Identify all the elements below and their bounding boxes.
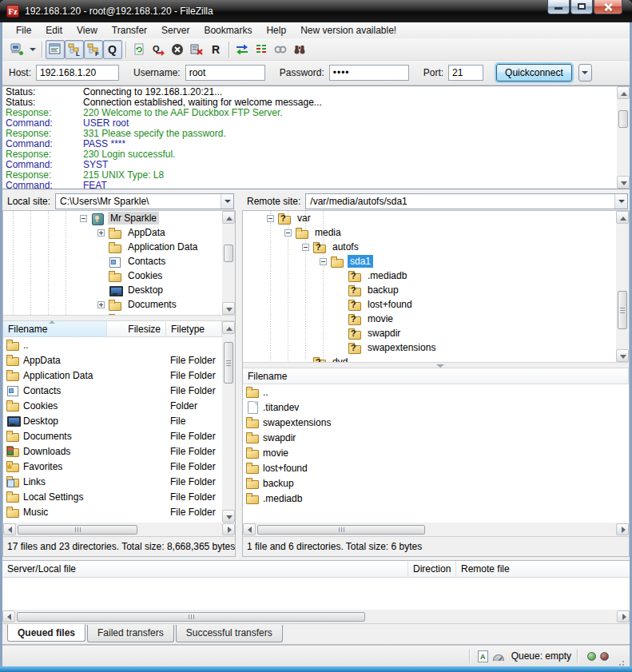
scroll-left-button[interactable]: [3, 523, 16, 535]
remote-tree-item[interactable]: .mediadb: [243, 268, 616, 283]
username-input[interactable]: [185, 65, 265, 81]
scrollbar-thumb[interactable]: [17, 612, 365, 622]
cancel-button[interactable]: [168, 40, 187, 59]
scroll-right-button[interactable]: [222, 523, 235, 535]
local-list-scrollbar[interactable]: [222, 321, 235, 523]
scroll-down-button[interactable]: [616, 349, 629, 362]
disconnect-button[interactable]: [187, 40, 206, 59]
tree-item-label[interactable]: Desktop: [125, 284, 165, 296]
scroll-up-button[interactable]: [617, 86, 630, 99]
remote-tree-item[interactable]: dvd: [243, 355, 616, 362]
quickconnect-button[interactable]: Quickconnect: [496, 64, 572, 82]
scroll-right-button[interactable]: [616, 523, 629, 535]
local-tree-item[interactable]: Mr Sparkle: [3, 211, 222, 225]
port-input[interactable]: [448, 65, 483, 81]
toggle-remote-tree-button[interactable]: F: [84, 40, 103, 59]
local-tree-item[interactable]: Desktop: [3, 283, 222, 297]
remote-file-row[interactable]: ..: [243, 384, 629, 400]
column-header-filename[interactable]: Filename: [243, 368, 629, 384]
tree-expander-icon[interactable]: [320, 258, 327, 265]
host-input[interactable]: [36, 65, 119, 81]
menu-item[interactable]: View: [70, 23, 105, 38]
quickconnect-dropdown-button[interactable]: [578, 64, 592, 82]
tree-item-label[interactable]: movie: [365, 312, 395, 325]
queue-tab[interactable]: Queued files: [7, 624, 85, 642]
scroll-right-button[interactable]: [617, 610, 630, 622]
scroll-left-button[interactable]: [243, 523, 256, 535]
local-file-row[interactable]: Cookies Folder: [3, 398, 222, 413]
local-file-row[interactable]: Contacts File Folder: [3, 383, 222, 398]
local-file-row[interactable]: Application Data File Folder: [3, 368, 222, 383]
menu-item[interactable]: Bookmarks: [197, 23, 259, 38]
combo-arrow[interactable]: [614, 194, 627, 209]
tree-item-label[interactable]: AppData: [125, 226, 168, 239]
tree-expander-icon[interactable]: [97, 301, 105, 308]
tree-item-label[interactable]: media: [312, 226, 344, 239]
minimize-button[interactable]: [547, 0, 570, 14]
remote-file-row[interactable]: .mediadb: [243, 491, 629, 506]
remote-list-hscrollbar[interactable]: [243, 523, 629, 536]
remote-tree-item[interactable]: media: [243, 225, 616, 240]
local-tree-item[interactable]: Cookies: [3, 268, 222, 283]
reconnect-button[interactable]: R: [206, 40, 225, 59]
local-file-row[interactable]: Music File Folder: [3, 504, 222, 519]
menu-item[interactable]: Server: [154, 23, 197, 38]
site-manager-button[interactable]: [7, 40, 26, 59]
local-file-row[interactable]: Local Settings File Folder: [3, 489, 222, 504]
chain-link-button[interactable]: [271, 40, 290, 59]
local-pane-splitter[interactable]: [3, 315, 235, 321]
remote-file-row[interactable]: swapextensions: [243, 415, 629, 430]
local-file-row[interactable]: Desktop File: [3, 413, 222, 428]
tree-item-label[interactable]: Cookies: [125, 269, 165, 282]
tree-item-label[interactable]: backup: [365, 284, 401, 296]
tree-item-label[interactable]: lost+found: [365, 298, 415, 311]
menu-item[interactable]: File: [9, 23, 38, 38]
scroll-left-button[interactable]: [2, 610, 15, 622]
title-bar[interactable]: Fz 192.168.1.20 - root@192.168.1.20 - Fi…: [0, 0, 632, 22]
remote-tree-item[interactable]: autofs: [243, 240, 616, 254]
menu-item[interactable]: Edit: [38, 23, 70, 38]
password-input[interactable]: [329, 65, 409, 81]
local-tree-scrollbar[interactable]: [222, 211, 235, 315]
local-file-row[interactable]: ..: [3, 337, 222, 352]
remote-tree-item[interactable]: swapextensions: [243, 340, 616, 355]
tree-item-label[interactable]: autofs: [330, 241, 361, 253]
tree-item-label[interactable]: Documents: [125, 298, 179, 311]
queue-tab[interactable]: Failed transfers: [87, 625, 174, 642]
local-tree-item[interactable]: AppData: [3, 225, 222, 240]
collapse-arrow-icon[interactable]: [436, 364, 444, 368]
scroll-down-button[interactable]: [222, 510, 235, 523]
tree-item-label[interactable]: Mr Sparkle: [108, 212, 159, 225]
queue-hscrollbar[interactable]: [2, 610, 630, 623]
transfer-type-icon[interactable]: A: [478, 650, 488, 662]
remote-file-row[interactable]: .titandev: [243, 400, 629, 415]
remote-file-row[interactable]: lost+found: [243, 460, 629, 475]
remote-file-row[interactable]: movie: [243, 445, 629, 460]
queue-body[interactable]: [2, 578, 630, 610]
speed-limits-icon[interactable]: [493, 654, 504, 661]
tree-expander-icon[interactable]: [267, 215, 274, 222]
combo-arrow[interactable]: [221, 194, 233, 209]
compare-directories-button[interactable]: [233, 40, 252, 59]
message-log-scrollbar[interactable]: [617, 86, 630, 189]
site-manager-dropdown-button[interactable]: [26, 40, 38, 59]
menu-item[interactable]: New version available!: [293, 23, 403, 38]
column-header-filetype[interactable]: Filetype: [166, 321, 222, 336]
scroll-up-button[interactable]: [222, 211, 235, 224]
tree-item-label[interactable]: .mediadb: [365, 269, 409, 282]
resize-grip[interactable]: [615, 657, 625, 666]
remote-tree-item[interactable]: lost+found: [243, 297, 616, 312]
tree-item-label[interactable]: swapdir: [365, 327, 403, 340]
local-site-combo[interactable]: C:\Users\Mr Sparkle\: [55, 193, 234, 209]
local-file-row[interactable]: Links File Folder: [3, 474, 222, 489]
local-tree-item[interactable]: Application Data: [3, 240, 222, 254]
scrollbar-thumb[interactable]: [18, 525, 137, 535]
tree-item-label[interactable]: Contacts: [125, 255, 168, 268]
remote-tree-item[interactable]: var: [243, 211, 616, 225]
scrollbar-thumb[interactable]: [257, 525, 425, 535]
process-queue-button[interactable]: Q: [149, 40, 168, 59]
remote-tree-scrollbar[interactable]: [616, 211, 629, 362]
tree-expander-icon[interactable]: [97, 229, 105, 237]
tree-expander-icon[interactable]: [80, 215, 87, 222]
toggle-message-log-button[interactable]: [46, 40, 65, 59]
